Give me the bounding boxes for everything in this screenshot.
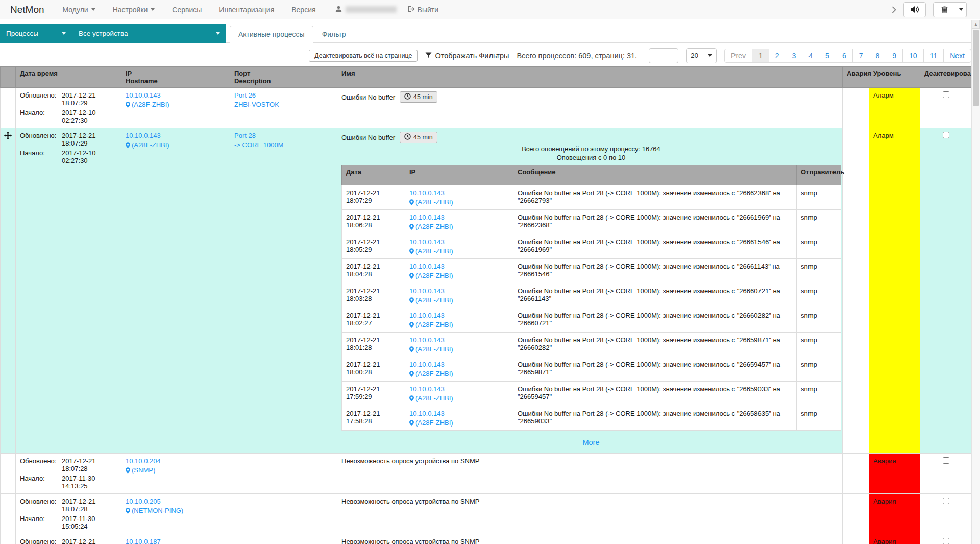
page-size-select[interactable]: 20	[686, 48, 717, 63]
alert-ip-link[interactable]: 10.10.0.143	[409, 361, 445, 368]
alert-date: 2017-12-21 18:06:28	[342, 210, 405, 234]
alert-ip-link[interactable]: 10.10.0.143	[409, 312, 445, 319]
drag-handle-cell[interactable]	[1, 128, 16, 454]
page-button-5[interactable]: 5	[819, 49, 836, 63]
page-button-8[interactable]: 8	[869, 49, 886, 63]
alert-ip-link[interactable]: 10.10.0.143	[409, 263, 445, 270]
duration-badge[interactable]: 45 min	[400, 132, 437, 143]
page-number-input[interactable]	[649, 48, 678, 63]
alert-ip-cell: 10.10.0.143(A28F-ZHBI)	[405, 333, 513, 357]
deactivate-checkbox[interactable]	[943, 91, 949, 98]
deactivate-checkbox[interactable]	[943, 498, 949, 504]
page-button-9[interactable]: 9	[886, 49, 903, 63]
vertical-scrollbar[interactable]: ▲	[971, 20, 980, 544]
nav-item-3[interactable]: Инвентаризация	[219, 6, 274, 14]
alert-ip-link[interactable]: 10.10.0.143	[409, 214, 445, 221]
port-description-link[interactable]: -> CORE 1000M	[234, 141, 283, 149]
alert-ip-link[interactable]: 10.10.0.143	[409, 336, 445, 344]
hostname-link[interactable]: (NETMON-PING)	[132, 507, 183, 514]
alert-hostname-link[interactable]: (A28F-ZHBI)	[415, 370, 453, 377]
page-button-1[interactable]: 1	[752, 49, 769, 63]
ip-cell: 10.10.0.187(vrealize)	[121, 534, 230, 544]
ip-link[interactable]: 10.10.0.143	[126, 91, 161, 99]
updated-value: 2017-12-21 18:07:28	[62, 538, 117, 544]
header-hostname: Hostname	[126, 77, 226, 85]
hostname-link[interactable]: (SNMP)	[132, 466, 155, 474]
hostname-link[interactable]: (A28F-ZHBI)	[132, 101, 169, 108]
alert-hostname-link[interactable]: (A28F-ZHBI)	[415, 198, 453, 206]
port-description-link[interactable]: ZHBI-VOSTOK	[234, 101, 279, 108]
alert-row: 2017-12-21 18:02:2710.10.0.143(A28F-ZHBI…	[342, 308, 841, 333]
hostname-link[interactable]: (A28F-ZHBI)	[132, 141, 169, 149]
page-button-7[interactable]: 7	[852, 49, 870, 63]
alert-hostname-link[interactable]: (A28F-ZHBI)	[415, 272, 453, 279]
alert-ip-link[interactable]: 10.10.0.143	[409, 410, 445, 417]
logout-button[interactable]: Выйти	[408, 6, 438, 14]
chevron-right-icon[interactable]	[892, 6, 896, 13]
page-button-3[interactable]: 3	[786, 49, 803, 63]
alert-hostname-link[interactable]: (A28F-ZHBI)	[415, 345, 453, 353]
page-button-11[interactable]: 11	[923, 49, 944, 63]
port-link[interactable]: Port 28	[234, 132, 256, 139]
alert-hostname-link[interactable]: (A28F-ZHBI)	[415, 223, 453, 230]
chevron-down-icon	[216, 32, 220, 35]
drag-handle-cell	[1, 454, 16, 494]
scroll-up-arrow-icon[interactable]: ▲	[972, 20, 980, 29]
level-badge: Аларм	[869, 128, 920, 454]
sound-toggle-button[interactable]	[903, 2, 926, 17]
device-select[interactable]: Все устройства	[72, 24, 226, 43]
tab-1[interactable]: Фильтр	[313, 26, 355, 43]
alert-message: Ошибки No buffer на Port 28 (-> CORE 100…	[513, 234, 797, 259]
alert-ip-link[interactable]: 10.10.0.143	[409, 238, 445, 246]
chevron-down-icon	[151, 8, 155, 11]
alert-sender: snmp	[797, 234, 841, 259]
ip-link[interactable]: 10.10.0.204	[126, 457, 161, 465]
deactivate-checkbox[interactable]	[943, 132, 949, 138]
alert-ip-link[interactable]: 10.10.0.143	[409, 287, 445, 295]
alert-ip-link[interactable]: 10.10.0.143	[409, 189, 445, 197]
page-button-prev[interactable]: Prev	[724, 49, 752, 63]
trash-button[interactable]	[933, 2, 955, 17]
alert-hostname-link[interactable]: (A28F-ZHBI)	[415, 419, 453, 427]
alert-hostname-link[interactable]: (A28F-ZHBI)	[415, 247, 453, 255]
alert-ip-link[interactable]: 10.10.0.143	[409, 385, 445, 393]
nav-item-label: Инвентаризация	[219, 6, 274, 14]
page-button-6[interactable]: 6	[836, 49, 853, 63]
ip-link[interactable]: 10.10.0.143	[126, 132, 161, 139]
name-cell: Невозможность опроса устройства по SNMP	[337, 534, 843, 544]
deactivate-checkbox[interactable]	[943, 457, 949, 464]
ip-link[interactable]: 10.10.0.205	[126, 498, 161, 505]
alert-hostname-link[interactable]: (A28F-ZHBI)	[415, 296, 453, 304]
level-badge: Авария	[869, 534, 920, 544]
alert-hostname-link[interactable]: (A28F-ZHBI)	[415, 394, 453, 402]
updated-label: Обновлено:	[20, 538, 62, 544]
location-pin-icon	[409, 248, 414, 254]
nav-item-1[interactable]: Настройки	[113, 6, 155, 14]
process-type-select[interactable]: Процессы	[0, 24, 72, 43]
page-button-4[interactable]: 4	[802, 49, 819, 63]
trash-caret-button[interactable]	[955, 2, 967, 17]
deactivate-checkbox[interactable]	[943, 538, 949, 544]
nav-item-4[interactable]: Версия	[291, 6, 315, 14]
alert-message: Ошибки No buffer на Port 28 (-> CORE 100…	[513, 333, 797, 357]
more-link[interactable]: More	[341, 438, 841, 446]
user-menu[interactable]	[335, 5, 397, 14]
alert-hostname-link[interactable]: (A28F-ZHBI)	[415, 321, 453, 328]
alert-date: 2017-12-21 18:05:29	[342, 234, 405, 259]
duration-badge[interactable]: 45 min	[400, 91, 437, 103]
tab-0[interactable]: Активные процессы	[230, 26, 313, 43]
page-button-10[interactable]: 10	[902, 49, 924, 63]
page-button-2[interactable]: 2	[769, 49, 786, 63]
nav-item-0[interactable]: Модули	[63, 6, 95, 14]
scroll-thumb[interactable]	[973, 30, 979, 106]
alert-row: 2017-12-21 18:05:2910.10.0.143(A28F-ZHBI…	[342, 234, 841, 259]
deactivate-all-button[interactable]: Деактевировать всё на странице	[309, 50, 418, 62]
ip-link[interactable]: 10.10.0.187	[126, 538, 161, 544]
show-filters-button[interactable]: Отображать Фильтры	[425, 52, 509, 60]
app-brand[interactable]: NetMon	[10, 4, 44, 15]
nav-item-2[interactable]: Сервисы	[172, 6, 202, 14]
port-cell: Port 26ZHBI-VOSTOK	[230, 88, 337, 128]
page-button-next[interactable]: Next	[943, 49, 971, 63]
move-icon[interactable]	[4, 133, 12, 141]
port-link[interactable]: Port 26	[234, 91, 256, 99]
